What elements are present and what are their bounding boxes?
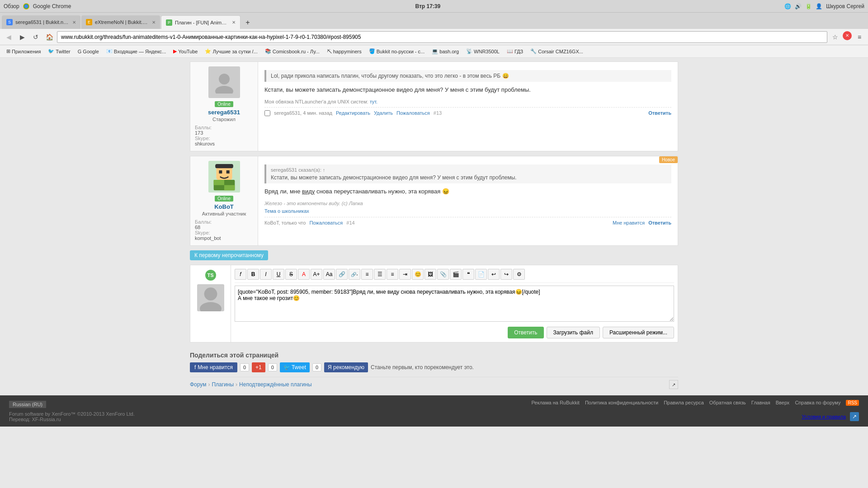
tab-3[interactable]: P Плагин - [FUN] Animated... ✕ — [161, 15, 241, 29]
editor-btn-quote[interactable]: ❝ — [462, 269, 474, 280]
adblock-button[interactable]: ✕ — [843, 31, 852, 40]
editor-btn-image[interactable]: 🖼 — [425, 269, 436, 280]
breadcrumb-plugins[interactable]: Плагины — [212, 381, 234, 388]
user-icon: 👤 — [816, 3, 822, 9]
tab-2[interactable]: E eXtremeNoN | Bukkit.no... ✕ — [81, 15, 160, 29]
post-1-reply-link[interactable]: Ответить — [648, 110, 671, 116]
post-2-quote-header: serega6531 сказал(а): ↑ — [271, 167, 667, 173]
post-1-checkbox[interactable] — [264, 110, 270, 116]
facebook-like-button[interactable]: f Мне нравится — [190, 362, 237, 372]
bookmark-bash[interactable]: 💻 bash.org — [429, 47, 462, 55]
bookmark-apps-label: Приложения — [12, 49, 41, 54]
advanced-button[interactable]: Расширенный режим... — [603, 327, 674, 338]
tab-1-close[interactable]: ✕ — [72, 20, 76, 25]
footer-terms-link[interactable]: Условия и правила — [802, 414, 846, 419]
editor-btn-strike[interactable]: S — [285, 269, 297, 280]
post-1-delete-link[interactable]: Удалить — [374, 110, 393, 116]
post-2-report-link[interactable]: Пожаловаться — [309, 220, 343, 225]
tweet-button[interactable]: 🐦 Tweet — [280, 362, 310, 372]
xenforo-icon: ↗ — [850, 412, 859, 421]
post-2-topic-link[interactable]: Тема о школьниках — [264, 208, 309, 214]
star-button[interactable]: ☆ — [829, 31, 841, 43]
bookmark-happy[interactable]: ⛏ happyminers — [324, 48, 364, 55]
footer-link-up[interactable]: Вверх — [776, 400, 790, 406]
bookmark-yandex[interactable]: 📧 Входящие — Яндекс... — [104, 47, 169, 55]
bookmark-apps[interactable]: ⊞ Приложения — [4, 47, 43, 55]
footer-link-privacy[interactable]: Политика конфиденциальности — [585, 400, 658, 406]
editor-btn-list-ol[interactable]: ≡ — [387, 269, 398, 280]
bookmark-best[interactable]: ⭐ Лучшие за сутки /... — [202, 47, 260, 55]
editor-btn-media[interactable]: 🎬 — [450, 269, 462, 280]
post-2-reply-link[interactable]: Ответить — [648, 220, 671, 225]
editor-btn-list-ul[interactable]: ☰ — [374, 269, 386, 280]
address-bar[interactable] — [57, 31, 827, 43]
editor-btn-link[interactable]: 🔗 — [336, 269, 348, 280]
editor-btn-align-l[interactable]: ≡ — [361, 269, 373, 280]
post-1-edit-link[interactable]: Редактировать — [336, 110, 370, 116]
footer-link-home[interactable]: Главная — [751, 400, 770, 406]
breadcrumb-expand-button[interactable]: ↗ — [669, 380, 678, 389]
editor-btn-color[interactable]: A — [298, 269, 310, 280]
editor-btn-settings[interactable]: ⚙ — [513, 269, 525, 280]
happy-icon: ⛏ — [327, 49, 332, 54]
reply-button[interactable]: Ответить — [508, 327, 543, 338]
bookmark-google[interactable]: G Google — [75, 48, 102, 55]
tab-bar: S serega6531 | Bukkit.no... ✕ E eXtremeN… — [0, 13, 868, 29]
editor-btn-size-up[interactable]: A+ — [311, 269, 322, 280]
footer-link-feedback[interactable]: Обратная связь — [709, 400, 746, 406]
post-2-like-link[interactable]: Мне нравится — [613, 220, 645, 225]
footer-link-ads[interactable]: Реклама на RuBukkit — [531, 400, 579, 406]
upload-button[interactable]: Загрузить файл — [547, 327, 600, 338]
breadcrumb-unconfirmed[interactable]: Неподтверждённые плагины — [239, 381, 311, 388]
nav-bar: ◀ ▶ ↺ 🏠 ☆ ✕ ≡ — [0, 29, 868, 45]
forward-button[interactable]: ▶ — [16, 31, 28, 43]
tab-2-favicon: E — [86, 19, 92, 25]
jump-unread-button[interactable]: К первому непрочитанному — [190, 250, 268, 260]
home-button[interactable]: 🏠 — [43, 31, 55, 43]
new-tab-button[interactable]: + — [241, 16, 254, 29]
editor-btn-bold[interactable]: B — [247, 269, 259, 280]
footer-link-help[interactable]: Справка по форуму — [795, 400, 840, 406]
editor-btn-font[interactable]: Aa — [323, 269, 335, 280]
editor-btn-attach[interactable]: 📎 — [437, 269, 449, 280]
rss-icon[interactable]: RSS — [846, 400, 859, 406]
fb-recommend-button[interactable]: Я рекомендую — [324, 362, 368, 372]
bookmark-youtube[interactable]: ▶ YouTube — [170, 47, 200, 55]
footer-link-rules[interactable]: Правила ресурса — [664, 400, 704, 406]
tab-3-close[interactable]: ✕ — [232, 20, 236, 25]
language-badge[interactable]: Russian (RU) — [9, 401, 46, 408]
post-1-report-link[interactable]: Пожаловаться — [396, 110, 430, 116]
bukkit-icon: 🪣 — [369, 48, 375, 54]
editor-btn-emoji[interactable]: 😊 — [412, 269, 424, 280]
editor-btn-indent[interactable]: ⇥ — [399, 269, 411, 280]
post-2-username[interactable]: KoBoT — [195, 203, 253, 210]
editor-btn-italic-f[interactable]: f — [235, 269, 246, 280]
svg-rect-9 — [224, 185, 235, 191]
bookmark-twitter[interactable]: 🐦 Twitter — [45, 47, 73, 55]
tab-2-close[interactable]: ✕ — [152, 20, 156, 25]
editor-btn-code[interactable]: 📄 — [475, 269, 487, 280]
menu-button[interactable]: ≡ — [854, 31, 865, 43]
post-1-sig-link[interactable]: тут. — [370, 99, 378, 104]
back-button[interactable]: ◀ — [3, 31, 14, 43]
editor-btn-unlink[interactable]: 🔗- — [349, 269, 360, 280]
editor-textarea[interactable]: [quote="KoBoT, post: 895905, member: 591… — [235, 286, 674, 322]
overview-label[interactable]: Обзор — [4, 3, 19, 9]
bookmark-gdz[interactable]: 📖 ГДЗ — [504, 47, 526, 55]
os-time: Втр 17:39 — [415, 3, 440, 9]
bookmark-wnr[interactable]: 📡 WNR3500L — [463, 47, 502, 55]
bookmark-corsair[interactable]: 🔧 Corsair CMZ16GX... — [528, 47, 586, 55]
g1-button[interactable]: +1 — [252, 362, 265, 372]
editor-btn-italic[interactable]: I — [260, 269, 272, 280]
breadcrumb-forum[interactable]: Форум — [190, 381, 206, 388]
bookmark-bukkit[interactable]: 🪣 Bukkit по-русски - с... — [366, 47, 428, 55]
post-1-username[interactable]: serega6531 — [195, 109, 253, 116]
post-2-underline: виду — [302, 188, 315, 195]
reload-button[interactable]: ↺ — [30, 31, 42, 43]
editor-btn-underline[interactable]: U — [273, 269, 284, 280]
editor-btn-undo[interactable]: ↩ — [488, 269, 500, 280]
bookmark-comics[interactable]: 📚 Comicsbook.ru - Лу... — [262, 47, 322, 55]
footer-copyright-text: Forum software by XenForo™ ©2010-2013 Xe… — [9, 411, 135, 417]
tab-1[interactable]: S serega6531 | Bukkit.no... ✕ — [2, 15, 80, 29]
editor-btn-redo[interactable]: ↪ — [500, 269, 512, 280]
